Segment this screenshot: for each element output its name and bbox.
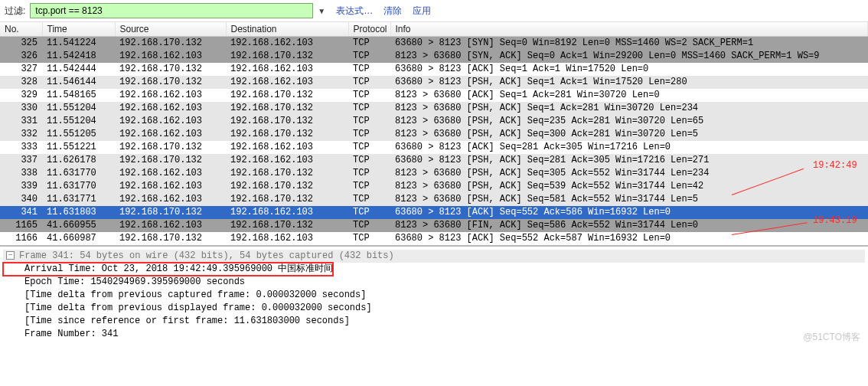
detail-frame-number[interactable]: Frame Number: 341	[3, 328, 865, 341]
table-row[interactable]: 33911.631770192.168.162.103192.168.170.1…	[0, 180, 868, 193]
cell-no: 327	[0, 63, 42, 76]
cell-source: 192.168.162.103	[115, 115, 226, 128]
cell-destination: 192.168.162.103	[226, 63, 348, 76]
cell-no: 1166	[0, 232, 42, 245]
table-row[interactable]: 34011.631771192.168.162.103192.168.170.1…	[0, 193, 868, 206]
detail-delta-displayed[interactable]: [Time delta from previous displayed fram…	[3, 302, 865, 315]
cell-no: 331	[0, 115, 42, 128]
cell-no: 326	[0, 50, 42, 63]
cell-no: 325	[0, 37, 42, 50]
cell-time: 11.546144	[42, 76, 115, 89]
cell-info: 63680 > 8123 [ACK] Seq=1 Ack=1 Win=17520…	[390, 63, 868, 76]
table-row[interactable]: 33811.631770192.168.162.103192.168.170.1…	[0, 167, 868, 180]
detail-delta-captured[interactable]: [Time delta from previous captured frame…	[3, 289, 865, 302]
table-row[interactable]: 32611.542418192.168.162.103192.168.170.1…	[0, 50, 868, 63]
cell-source: 192.168.162.103	[115, 180, 226, 193]
cell-source: 192.168.162.103	[115, 102, 226, 115]
cell-protocol: TCP	[348, 50, 390, 63]
cell-time: 11.626178	[42, 154, 115, 167]
frame-header[interactable]: −Frame 341: 54 bytes on wire (432 bits),…	[3, 250, 865, 263]
cell-protocol: TCP	[348, 167, 390, 180]
cell-info: 63680 > 8123 [ACK] Seq=281 Ack=305 Win=1…	[390, 141, 868, 154]
cell-source: 192.168.170.132	[115, 141, 226, 154]
table-row[interactable]: 116541.660955192.168.162.103192.168.170.…	[0, 219, 868, 232]
table-row[interactable]: 33111.551204192.168.162.103192.168.170.1…	[0, 115, 868, 128]
cell-protocol: TCP	[348, 154, 390, 167]
cell-destination: 192.168.170.132	[226, 193, 348, 206]
detail-arrival-time[interactable]: Arrival Time: Oct 23, 2018 19:42:49.3959…	[3, 263, 333, 276]
table-row[interactable]: 116641.660987192.168.170.132192.168.162.…	[0, 232, 868, 245]
expression-button[interactable]: 表达式…	[333, 5, 376, 18]
cell-source: 192.168.170.132	[115, 37, 226, 50]
cell-no: 340	[0, 193, 42, 206]
table-row[interactable]: 32511.541224192.168.170.132192.168.162.1…	[0, 37, 868, 50]
cell-info: 8123 > 63680 [PSH, ACK] Seq=305 Ack=552 …	[390, 167, 868, 180]
table-row[interactable]: 32711.542444192.168.170.132192.168.162.1…	[0, 63, 868, 76]
col-protocol[interactable]: Protocol	[348, 22, 390, 37]
col-source[interactable]: Source	[115, 22, 226, 37]
cell-no: 329	[0, 89, 42, 102]
cell-info: 8123 > 63680 [ACK] Seq=1 Ack=281 Win=307…	[390, 89, 868, 102]
filter-dropdown-icon[interactable]: ▼	[318, 7, 328, 15]
packet-details-pane: −Frame 341: 54 bytes on wire (432 bits),…	[0, 245, 868, 347]
cell-no: 341	[0, 206, 42, 219]
cell-protocol: TCP	[348, 232, 390, 245]
filter-label: 过滤:	[5, 5, 25, 18]
cell-info: 8123 > 63680 [PSH, ACK] Seq=235 Ack=281 …	[390, 115, 868, 128]
cell-no: 330	[0, 102, 42, 115]
detail-time-since-ref[interactable]: [Time since reference or first frame: 11…	[3, 315, 865, 328]
cell-no: 339	[0, 180, 42, 193]
cell-destination: 192.168.162.103	[226, 232, 348, 245]
col-info[interactable]: Info	[390, 22, 868, 37]
table-row[interactable]: 33211.551205192.168.162.103192.168.170.1…	[0, 128, 868, 141]
cell-time: 11.551204	[42, 115, 115, 128]
cell-no: 328	[0, 76, 42, 89]
cell-time: 11.548165	[42, 89, 115, 102]
table-row[interactable]: 32911.548165192.168.162.103192.168.170.1…	[0, 89, 868, 102]
cell-no: 1165	[0, 219, 42, 232]
cell-info: 63680 > 8123 [ACK] Seq=552 Ack=586 Win=1…	[390, 206, 868, 219]
cell-time: 11.631770	[42, 180, 115, 193]
apply-button[interactable]: 应用	[410, 5, 434, 18]
cell-source: 192.168.162.103	[115, 219, 226, 232]
cell-destination: 192.168.170.132	[226, 167, 348, 180]
table-row[interactable]: 33011.551204192.168.162.103192.168.170.1…	[0, 102, 868, 115]
cell-source: 192.168.170.132	[115, 76, 226, 89]
cell-time: 11.631771	[42, 193, 115, 206]
cell-info: 8123 > 63680 [PSH, ACK] Seq=539 Ack=552 …	[390, 180, 868, 193]
table-row[interactable]: 34111.631803192.168.170.132192.168.162.1…	[0, 206, 868, 219]
cell-time: 11.551204	[42, 102, 115, 115]
cell-info: 63680 > 8123 [PSH, ACK] Seq=1 Ack=1 Win=…	[390, 76, 868, 89]
cell-time: 11.541224	[42, 37, 115, 50]
cell-protocol: TCP	[348, 115, 390, 128]
cell-time: 41.660955	[42, 219, 115, 232]
cell-protocol: TCP	[348, 102, 390, 115]
packet-table[interactable]: No. Time Source Destination Protocol Inf…	[0, 22, 868, 245]
table-row[interactable]: 33311.551221192.168.170.132192.168.162.1…	[0, 141, 868, 154]
cell-source: 192.168.162.103	[115, 128, 226, 141]
cell-info: 8123 > 63680 [PSH, ACK] Seq=300 Ack=281 …	[390, 128, 868, 141]
column-header-row[interactable]: No. Time Source Destination Protocol Inf…	[0, 22, 868, 37]
clear-button[interactable]: 清除	[380, 5, 405, 18]
col-time[interactable]: Time	[42, 22, 115, 37]
cell-time: 11.542418	[42, 50, 115, 63]
cell-source: 192.168.170.132	[115, 206, 226, 219]
cell-info: 8123 > 63680 [PSH, ACK] Seq=1 Ack=281 Wi…	[390, 102, 868, 115]
cell-protocol: TCP	[348, 180, 390, 193]
cell-protocol: TCP	[348, 76, 390, 89]
table-row[interactable]: 33711.626178192.168.170.132192.168.162.1…	[0, 154, 868, 167]
cell-time: 11.631803	[42, 206, 115, 219]
cell-time: 11.551205	[42, 128, 115, 141]
cell-protocol: TCP	[348, 206, 390, 219]
table-row[interactable]: 32811.546144192.168.170.132192.168.162.1…	[0, 76, 868, 89]
cell-destination: 192.168.170.132	[226, 50, 348, 63]
filter-input[interactable]	[30, 3, 313, 18]
col-no[interactable]: No.	[0, 22, 42, 37]
col-destination[interactable]: Destination	[226, 22, 348, 37]
cell-no: 333	[0, 141, 42, 154]
cell-time: 41.660987	[42, 232, 115, 245]
tree-toggle-icon[interactable]: −	[6, 251, 15, 260]
cell-protocol: TCP	[348, 63, 390, 76]
cell-info: 63680 > 8123 [SYN] Seq=0 Win=8192 Len=0 …	[390, 37, 868, 50]
detail-epoch-time[interactable]: Epoch Time: 1540294969.395969000 seconds	[3, 276, 865, 289]
